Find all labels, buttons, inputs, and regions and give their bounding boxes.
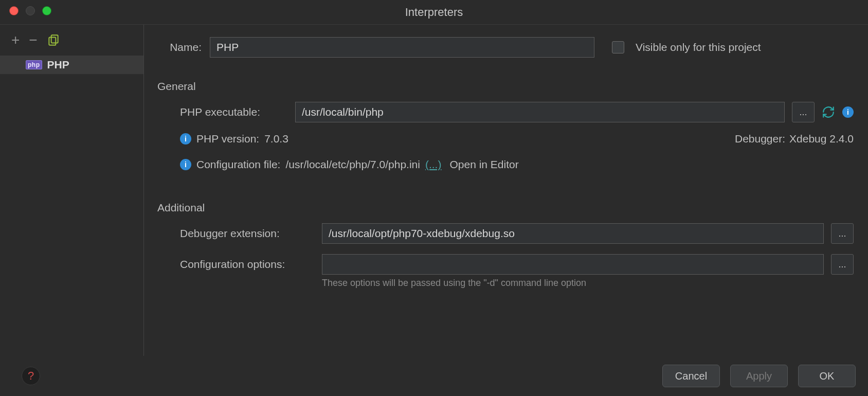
- debugger-extension-input[interactable]: [322, 223, 824, 244]
- php-icon: php: [26, 60, 42, 69]
- config-file-line: i Configuration file: /usr/local/etc/php…: [157, 158, 854, 171]
- debugger-extension-label: Debugger extension:: [180, 227, 315, 240]
- configuration-options-row: Configuration options: ...: [157, 254, 854, 275]
- svg-rect-0: [51, 35, 58, 43]
- config-file-value: /usr/local/etc/php/7.0/php.ini: [285, 158, 420, 171]
- interpreter-sidebar: + − php PHP: [0, 25, 144, 356]
- remove-icon[interactable]: −: [29, 33, 37, 47]
- info-icon: i: [180, 133, 191, 145]
- minimize-window-icon[interactable]: [26, 6, 35, 15]
- configuration-options-input[interactable]: [322, 254, 824, 275]
- name-row: Name: Visible only for this project: [157, 37, 854, 58]
- ok-button[interactable]: OK: [798, 365, 856, 387]
- traffic-lights: [9, 6, 51, 15]
- php-version-line: i PHP version: 7.0.3 Debugger: Xdebug 2.…: [157, 133, 854, 145]
- general-section: PHP executable: ... i: [157, 102, 854, 194]
- visible-only-checkbox[interactable]: [612, 41, 624, 53]
- debugger-value: Xdebug 2.4.0: [789, 133, 854, 145]
- general-section-title: General: [157, 80, 854, 93]
- interpreter-list-item-label: PHP: [47, 59, 69, 71]
- info-icon: i: [180, 159, 191, 170]
- window-title: Interpreters: [405, 6, 463, 19]
- add-icon[interactable]: +: [11, 33, 20, 47]
- dialog-footer: ? Cancel Apply OK: [0, 356, 868, 396]
- visible-only-label[interactable]: Visible only for this project: [636, 41, 761, 53]
- additional-section: Debugger extension: ... Configuration op…: [157, 223, 854, 289]
- php-executable-label: PHP executable:: [180, 106, 288, 118]
- help-button[interactable]: ?: [22, 367, 40, 385]
- configuration-options-label: Configuration options:: [180, 258, 315, 271]
- apply-button[interactable]: Apply: [730, 365, 788, 387]
- interpreter-list-item[interactable]: php PHP: [0, 56, 143, 74]
- php-version-label: PHP version:: [196, 133, 259, 145]
- debugger-label: Debugger:: [735, 133, 785, 145]
- open-in-editor-link[interactable]: Open in Editor: [449, 158, 518, 171]
- php-executable-row: PHP executable: ... i: [157, 102, 854, 122]
- svg-rect-1: [49, 38, 56, 45]
- config-file-more-link[interactable]: (...): [425, 158, 442, 171]
- php-version-value: 7.0.3: [264, 133, 288, 145]
- copy-icon[interactable]: [47, 33, 60, 47]
- additional-section-title: Additional: [157, 202, 854, 214]
- configuration-options-browse-button[interactable]: ...: [831, 254, 854, 275]
- refresh-icon[interactable]: [822, 105, 835, 119]
- help-icon: ?: [22, 367, 40, 385]
- configuration-options-hint: These options will be passed using the "…: [157, 278, 854, 289]
- cancel-button[interactable]: Cancel: [662, 365, 720, 387]
- debugger-extension-browse-button[interactable]: ...: [831, 223, 854, 244]
- main-panel: Name: Visible only for this project Gene…: [144, 25, 868, 356]
- php-executable-input[interactable]: [295, 102, 785, 122]
- config-file-label: Configuration file:: [196, 158, 280, 171]
- titlebar: Interpreters: [0, 0, 868, 25]
- close-window-icon[interactable]: [9, 6, 19, 15]
- interpreters-window: Interpreters + − php PHP: [0, 0, 868, 396]
- php-executable-browse-button[interactable]: ...: [792, 102, 815, 122]
- debugger-extension-row: Debugger extension: ...: [157, 223, 854, 244]
- name-input[interactable]: [210, 37, 594, 58]
- interpreter-list: php PHP: [0, 56, 143, 74]
- sidebar-toolbar: + −: [0, 30, 143, 52]
- name-label: Name:: [157, 41, 202, 53]
- dialog-body: + − php PHP Name:: [0, 25, 868, 356]
- info-icon[interactable]: i: [842, 106, 854, 118]
- zoom-window-icon[interactable]: [42, 6, 51, 15]
